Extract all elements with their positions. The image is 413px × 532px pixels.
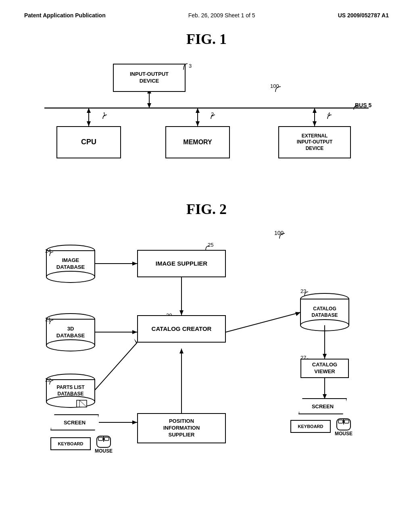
ref21-curve (48, 319, 56, 325)
catalog-database-label: CATALOG DATABASE (300, 299, 349, 325)
svg-rect-61 (344, 420, 349, 423)
mouse-left-icon (96, 435, 111, 448)
external-io-box: EXTERNAL INPUT-OUTPUT DEVICE (278, 126, 351, 158)
svg-marker-28 (77, 400, 87, 407)
svg-marker-5 (87, 121, 91, 126)
header-date: Feb. 26, 2009 Sheet 1 of 5 (188, 12, 255, 19)
ref3-curve (181, 62, 194, 72)
svg-rect-60 (338, 420, 343, 423)
ref24-curve (48, 251, 56, 257)
svg-marker-39 (179, 310, 184, 315)
svg-point-27 (46, 396, 95, 407)
mouse-right-icon (336, 418, 351, 431)
svg-marker-12 (313, 108, 317, 113)
image-supplier-box: IMAGE SUPPLIER (137, 250, 226, 277)
fig2-title: FIG. 2 (24, 201, 389, 218)
position-info-box: POSITION INFORMATION SUPPLIER (137, 413, 226, 443)
ref2-curve (209, 114, 217, 120)
svg-marker-49 (179, 349, 184, 353)
input-output-device-box: INPUT-OUTPUT DEVICE (113, 64, 186, 92)
fig1-title: FIG. 1 (24, 31, 389, 48)
mouse-left-label: MOUSE (95, 448, 113, 454)
svg-marker-51 (132, 420, 137, 424)
svg-marker-41 (132, 330, 137, 334)
svg-marker-37 (132, 262, 137, 266)
catalog-creator-box: CATALOG CREATOR (137, 315, 226, 343)
svg-marker-11 (313, 121, 317, 126)
fig2-diagram: 100 24 25 21 22 23 27 20 (24, 226, 389, 468)
catalog-viewer-box: CATALOG VIEWER (300, 359, 349, 378)
header-patent: US 2009/052787 A1 (338, 12, 389, 19)
svg-marker-8 (196, 121, 200, 126)
mouse-right-label: MOUSE (335, 431, 353, 436)
keyboard-left-box: KEYBOARD (50, 437, 91, 450)
svg-rect-56 (98, 437, 103, 441)
fig1-arrows (24, 56, 389, 185)
ref100-curve (273, 86, 286, 94)
ref4-curve (325, 114, 334, 120)
svg-rect-57 (104, 437, 109, 441)
svg-line-42 (95, 343, 137, 390)
svg-point-17 (46, 271, 95, 283)
ref100-fig2-curve (277, 233, 288, 240)
memory-box: MEMORY (165, 126, 230, 158)
svg-point-35 (300, 320, 349, 331)
page: Patent Application Publication Feb. 26, … (0, 0, 413, 532)
svg-marker-47 (323, 354, 327, 359)
svg-rect-32 (300, 299, 349, 325)
screen-right-box: SCREEN (298, 398, 347, 414)
bus-curve (352, 105, 360, 111)
page-header: Patent Application Publication Feb. 26, … (24, 12, 389, 19)
ref1-curve (101, 114, 109, 120)
header-publication: Patent Application Publication (24, 12, 106, 19)
mouse-left-container: MOUSE (95, 435, 113, 454)
svg-marker-43 (134, 339, 137, 343)
mouse-right-container: MOUSE (335, 418, 353, 436)
ref22-curve (48, 380, 56, 386)
svg-marker-2 (147, 103, 151, 108)
svg-point-22 (46, 340, 95, 351)
keyboard-right-box: KEYBOARD (290, 420, 331, 433)
fig1-diagram: INPUT-OUTPUT DEVICE 3 100 BUS 5 1 2 4 (24, 56, 389, 185)
ref23-curve (302, 291, 311, 297)
svg-line-44 (226, 312, 300, 332)
svg-marker-6 (87, 108, 91, 113)
svg-marker-9 (196, 108, 200, 113)
svg-line-30 (79, 400, 87, 407)
cpu-box: CPU (56, 126, 121, 158)
svg-marker-45 (295, 312, 300, 316)
screen-left-box: SCREEN (50, 414, 99, 430)
